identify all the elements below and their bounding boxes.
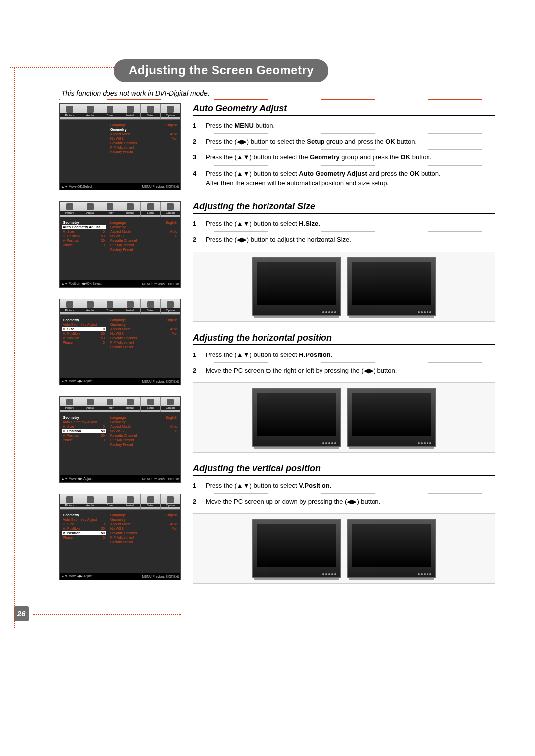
osd-tab: Option: [160, 299, 180, 314]
osd-tab: Timer: [100, 299, 120, 314]
step-number: 4: [193, 169, 201, 188]
osd-menu-item: Aspect ModeAuto: [109, 327, 178, 331]
osd-tab-icon: [87, 203, 94, 210]
osd-submenu-item: H. Size0: [62, 522, 106, 526]
osd-menu-item: LanguageEnglish: [109, 220, 178, 225]
step-number: 2: [193, 497, 201, 506]
osd-menu-item: Favorite Channel: [109, 141, 178, 145]
osd-tab-label: Install: [120, 113, 140, 117]
osd-tab-icon: [147, 203, 154, 210]
osd-tab: Install: [120, 202, 141, 217]
step-number: 2: [193, 366, 201, 375]
osd-tab-icon: [167, 301, 174, 308]
osd-menu-item: LanguageEnglish: [109, 415, 178, 420]
step-number: 1: [193, 121, 201, 130]
section-hsize: Adjusting the horizontal Size1Press the …: [193, 202, 495, 321]
osd-tab: Picture: [60, 202, 80, 217]
section-title: Adjusting the vertical position: [193, 463, 495, 476]
osd-tab-label: Picture: [60, 406, 80, 410]
step-item: 2Move the PC screen up or down by pressi…: [193, 494, 495, 509]
osd-tab-label: Timer: [100, 113, 120, 117]
osd-tab-icon: [87, 301, 94, 308]
step-text: Press the (◀▶) button to select the Setu…: [206, 137, 495, 146]
osd-tab-label: Timer: [100, 211, 120, 215]
osd-submenu-item: H. Position50: [62, 526, 106, 531]
osd-menu-item: No WSSFull: [109, 526, 178, 531]
osd-menu-item: Geometry: [109, 517, 178, 522]
osd-tab-icon: [167, 496, 174, 503]
step-text: Move the PC screen to the right or left …: [206, 366, 495, 375]
tv-compare-figure: [193, 513, 495, 584]
tv-compare-figure: [193, 252, 495, 322]
step-list: 1Press the (▲▼) button to select V.Posit…: [193, 478, 495, 509]
osd-submenu-item: H. Position50: [62, 331, 106, 336]
osd-tab: Picture: [60, 299, 80, 314]
osd-tab: Picture: [60, 397, 80, 412]
section-title: Adjusting the horizontal position: [193, 333, 495, 345]
osd-submenu-item: Auto Geometry Adjust: [62, 322, 106, 327]
osd-menu-item: LanguageEnglish: [109, 513, 178, 517]
osd-tab-label: Audio: [80, 504, 100, 507]
osd-tab-icon: [66, 399, 73, 405]
step-text: Press the (◀▶) button to adjust the hori…: [206, 235, 495, 244]
step-text: Press the MENU button.: [206, 121, 495, 130]
osd-submenu-item: Phase0: [62, 243, 106, 247]
step-item: 1Press the (▲▼) button to select V.Posit…: [193, 478, 495, 494]
osd-tab-icon: [107, 399, 113, 405]
osd-menu-item: LanguageEnglish: [109, 123, 178, 127]
osd-tab: Setup: [141, 104, 161, 119]
tv-illustration: [252, 257, 341, 316]
step-item: 1Press the (▲▼) button to select H.Posit…: [193, 347, 495, 363]
osd-tab-label: Setup: [141, 504, 160, 507]
osd-submenu-item: H. Size0: [62, 424, 106, 429]
step-list: 1Press the MENU button.2Press the (◀▶) b…: [193, 118, 495, 191]
osd-submenu-item: Auto Geometry Adjust: [62, 225, 106, 229]
osd-tab: Audio: [80, 494, 101, 509]
osd-screenshot: PictureAudioTimerInstallSetupOptionGeome…: [59, 494, 181, 580]
osd-submenu-item: Auto Geometry Adjust: [62, 420, 106, 424]
osd-tab: Picture: [60, 104, 80, 119]
osd-menu-item: No WSSFull: [109, 234, 178, 238]
osd-tab: Audio: [80, 299, 101, 314]
osd-menu-item: Factory Preset: [109, 540, 178, 544]
tv-illustration: [252, 519, 341, 578]
osd-menu-item: Geometry: [109, 225, 178, 229]
osd-menu-item: No WSSFull: [109, 429, 178, 433]
osd-footer-left: ▲▼:Position ◀▶/OK:Select: [61, 282, 102, 286]
osd-submenu-heading: Geometry: [62, 513, 106, 517]
osd-tab-label: Option: [160, 406, 180, 410]
osd-footer-left: ▲▼:Move ◀▶:Adjust: [61, 379, 92, 383]
osd-menu-item: PIP Adjustment: [109, 438, 178, 442]
osd-tab: Option: [160, 202, 180, 217]
osd-menu-item: Favorite Channel: [109, 433, 178, 438]
osd-submenu-item: Phase0: [62, 340, 106, 345]
osd-tab-icon: [66, 203, 73, 210]
decorative-dots-vertical: [14, 68, 15, 628]
screenshots-column: PictureAudioTimerInstallSetupOptionLangu…: [59, 103, 181, 595]
page-header: Adjusting the Screen Geometry: [59, 59, 495, 82]
osd-footer-left: ▲▼:Move OK:Select: [61, 185, 92, 188]
osd-tab-label: Option: [160, 211, 180, 215]
step-item: 2Press the (◀▶) button to select the Set…: [193, 134, 495, 150]
osd-screenshot: PictureAudioTimerInstallSetupOptionGeome…: [59, 299, 181, 385]
osd-tab: Install: [120, 104, 141, 119]
step-number: 2: [193, 137, 201, 146]
osd-footer-right: MENU:Previous EXIT:Exit: [142, 380, 179, 383]
tv-illustration: [252, 388, 341, 447]
decorative-dots-horizontal: [10, 67, 116, 68]
page-note: This function does not work in DVI-Digit…: [61, 89, 495, 97]
osd-tab-icon: [147, 399, 154, 405]
osd-menu-item: Geometry: [109, 420, 178, 424]
osd-menu-item: Favorite Channel: [109, 336, 178, 340]
osd-tab-label: Audio: [80, 113, 100, 117]
osd-submenu-item: V. Position50: [62, 531, 106, 535]
osd-tab-icon: [66, 106, 73, 113]
osd-tab-label: Install: [120, 308, 140, 312]
osd-menu-item: PIP Adjustment: [109, 340, 178, 345]
decorative-dots-footer: [33, 614, 181, 615]
osd-tab: Option: [160, 104, 180, 119]
osd-screenshot: PictureAudioTimerInstallSetupOptionGeome…: [59, 396, 181, 483]
osd-menu-item: Factory Preset: [109, 247, 178, 252]
osd-tab-label: Picture: [60, 211, 80, 215]
osd-submenu-item: V. Position50: [62, 238, 106, 243]
